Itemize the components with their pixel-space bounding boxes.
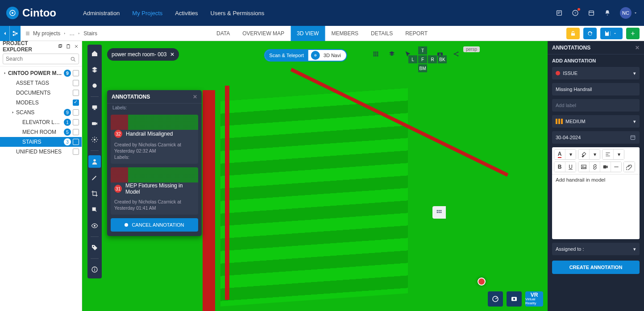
annotation-severity-select[interactable]: MEDIUM ▾ bbox=[552, 115, 640, 128]
breadcrumb-root[interactable]: My projects bbox=[33, 30, 60, 37]
view-tab-chip[interactable]: power mech room- 003 ✕ bbox=[107, 48, 179, 61]
tree-toggle-button[interactable] bbox=[10, 26, 21, 41]
grid-icon[interactable] bbox=[371, 49, 381, 59]
visibility-checkbox[interactable] bbox=[73, 70, 79, 76]
visibility-checkbox[interactable] bbox=[73, 80, 79, 86]
close-icon[interactable]: ✕ bbox=[635, 45, 640, 51]
rte-attach-icon[interactable] bbox=[624, 162, 635, 172]
cancel-annotation-button[interactable]: CANCEL ANNOTATION bbox=[111, 218, 198, 232]
rte-underline[interactable]: U bbox=[565, 162, 576, 172]
brand-logo[interactable]: Cintoo bbox=[6, 7, 56, 19]
close-icon[interactable] bbox=[74, 44, 79, 49]
tab-members[interactable]: MEMBERS bbox=[325, 26, 365, 41]
paste-icon[interactable] bbox=[66, 44, 71, 49]
search-icon[interactable] bbox=[70, 56, 76, 62]
rte-hr-icon[interactable] bbox=[611, 162, 621, 172]
annotation-date-input[interactable]: 30-04-2024 bbox=[552, 131, 640, 144]
rte-highlight[interactable] bbox=[578, 149, 589, 159]
copy-icon[interactable] bbox=[58, 44, 63, 49]
breadcrumb-ellipsis[interactable]: … bbox=[69, 30, 75, 37]
visibility-checkbox[interactable] bbox=[73, 149, 79, 155]
target-icon[interactable] bbox=[311, 51, 320, 60]
tab-3d-view[interactable]: 3D VIEW bbox=[291, 26, 325, 41]
scan-teleport-pill[interactable]: Scan & Teleport 3D Navi bbox=[264, 49, 347, 62]
scan-mode-right[interactable]: 3D Navi bbox=[323, 53, 342, 58]
rte-bold[interactable]: B bbox=[554, 162, 565, 172]
tree-row[interactable]: CINTOO POWER MECH …9 bbox=[0, 68, 82, 78]
chevron-down-icon[interactable]: ▾ bbox=[613, 149, 624, 159]
scan-mode-left[interactable]: Scan & Teleport bbox=[265, 50, 308, 61]
unlock-button[interactable] bbox=[566, 28, 580, 39]
tab-overview-map[interactable]: OVERVIEW MAP bbox=[236, 26, 291, 41]
rte-image-icon[interactable] bbox=[578, 162, 589, 172]
sync-button[interactable] bbox=[583, 28, 597, 39]
visibility-checkbox[interactable] bbox=[73, 129, 79, 135]
tab-report[interactable]: REPORT bbox=[399, 26, 434, 41]
chevron-down-icon[interactable]: ▾ bbox=[565, 149, 576, 159]
tree-row[interactable]: MECH ROOM5 bbox=[0, 127, 82, 137]
annotation-name-field[interactable] bbox=[556, 87, 636, 92]
visibility-checkbox[interactable] bbox=[73, 119, 79, 125]
annotation-type-select[interactable]: ISSUE ▾ bbox=[552, 67, 640, 79]
avatar-menu[interactable]: NC bbox=[620, 7, 638, 19]
bell-icon[interactable] bbox=[604, 9, 611, 17]
visibility-checkbox[interactable] bbox=[73, 100, 79, 106]
tree-row[interactable]: SCANS9 bbox=[0, 108, 82, 117]
save-split-button[interactable] bbox=[600, 28, 623, 39]
close-icon[interactable]: ✕ bbox=[193, 94, 197, 100]
snapshot-icon[interactable] bbox=[507, 291, 522, 307]
tree-row[interactable]: MODELS bbox=[0, 98, 82, 108]
visibility-checkbox[interactable] bbox=[73, 139, 79, 145]
crop-icon[interactable] bbox=[88, 187, 101, 200]
tree-row[interactable]: ASSET TAGS bbox=[0, 78, 82, 88]
layers-icon[interactable] bbox=[88, 63, 101, 76]
explorer-search-input[interactable] bbox=[3, 54, 79, 64]
annotation-card[interactable]: 31MEP Fixtures Missing in ModelCreated b… bbox=[111, 167, 198, 215]
nav-my-projects[interactable]: My Projects bbox=[132, 10, 162, 17]
annotation-assignee-select[interactable]: Assigned to : ▾ bbox=[552, 243, 640, 255]
perspective-label[interactable]: persp bbox=[463, 46, 480, 52]
annotation-marker[interactable] bbox=[478, 278, 486, 286]
tab-details[interactable]: DETAILS bbox=[365, 26, 399, 41]
tree-row[interactable]: STAIRS3 bbox=[0, 137, 82, 147]
pencil-icon[interactable] bbox=[88, 171, 101, 184]
camera-icon[interactable] bbox=[88, 117, 101, 130]
message-icon[interactable] bbox=[88, 101, 101, 114]
person-icon[interactable] bbox=[88, 155, 101, 168]
sphere-icon[interactable] bbox=[88, 79, 101, 92]
export-icon[interactable] bbox=[88, 203, 101, 216]
nav-administration[interactable]: Administration bbox=[83, 10, 120, 17]
chevron-down-icon[interactable]: ▾ bbox=[589, 149, 600, 159]
create-annotation-button[interactable]: CREATE ANNOTATION bbox=[552, 261, 640, 274]
nav-users-permissions[interactable]: Users & Permissions bbox=[211, 10, 265, 17]
annotation-name-input[interactable] bbox=[552, 83, 640, 95]
tree-row[interactable]: UNIFIED MESHES bbox=[0, 147, 82, 157]
home-icon[interactable] bbox=[88, 47, 101, 60]
annotation-label-field[interactable] bbox=[556, 103, 636, 108]
help-icon[interactable]: ? bbox=[572, 9, 579, 17]
eye-icon[interactable] bbox=[88, 220, 101, 232]
grid-toggle-tab[interactable] bbox=[432, 206, 446, 219]
orientation-cube[interactable]: T LFRBK BM bbox=[408, 46, 447, 72]
tab-data[interactable]: DATA bbox=[210, 26, 236, 41]
add-button[interactable] bbox=[626, 28, 640, 39]
rich-text-editor[interactable]: A ▾ ▾ ▾ B U bbox=[552, 147, 640, 239]
tag-icon[interactable] bbox=[88, 241, 101, 254]
radar-icon[interactable] bbox=[488, 291, 503, 307]
annotation-card[interactable]: 32Handrail MisalignedCreated by Nicholas… bbox=[111, 115, 198, 164]
viewport[interactable]: power mech room- 003 ✕ ANNOTATIONS ✕ Lab… bbox=[82, 41, 548, 311]
annotation-label-input[interactable] bbox=[552, 99, 640, 112]
gear-icon[interactable] bbox=[88, 133, 101, 146]
visibility-checkbox[interactable] bbox=[73, 90, 79, 96]
visibility-checkbox[interactable] bbox=[73, 109, 79, 116]
calendar-icon[interactable] bbox=[588, 9, 595, 17]
rte-video-icon[interactable] bbox=[600, 162, 611, 172]
share-icon[interactable] bbox=[451, 49, 461, 59]
vr-button[interactable]: VR Virtual Reality bbox=[525, 291, 543, 307]
breadcrumb-leaf[interactable]: Stairs bbox=[83, 30, 97, 37]
rte-font-color[interactable]: A bbox=[554, 149, 565, 159]
stack-icon[interactable] bbox=[387, 49, 397, 59]
tree-row[interactable]: ELEVATOR LOBBY1 bbox=[0, 117, 82, 127]
back-button[interactable] bbox=[0, 26, 10, 41]
info-icon[interactable] bbox=[88, 263, 101, 276]
